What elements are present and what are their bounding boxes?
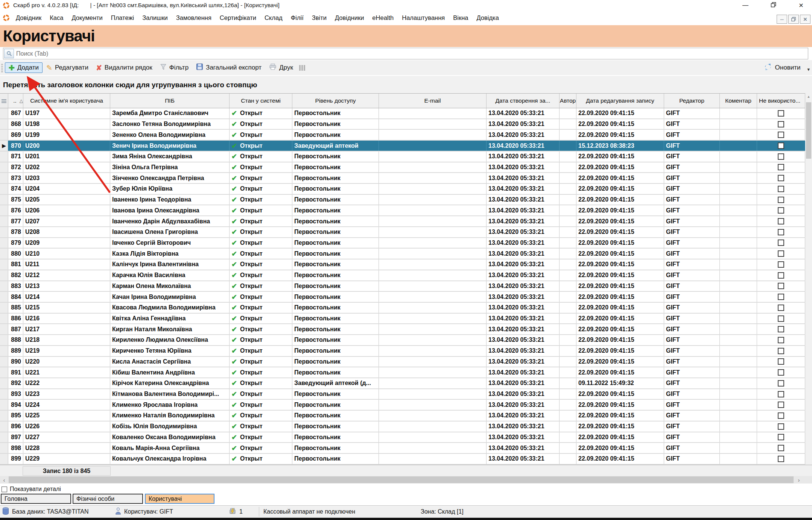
unused-checkbox[interactable] bbox=[778, 380, 784, 387]
header-editor[interactable]: Редактор bbox=[664, 94, 720, 108]
table-row[interactable]: ▶ 873 U203 Зінченко Олександра Петрівна … bbox=[0, 173, 805, 184]
menu-item[interactable]: eHealth bbox=[368, 14, 398, 21]
unused-checkbox[interactable] bbox=[778, 283, 784, 289]
delete-row-button[interactable]: ✘ Видалити рядок bbox=[92, 62, 156, 73]
menu-item[interactable]: Довідник bbox=[12, 14, 46, 21]
row-gutter[interactable]: ▶ bbox=[0, 346, 8, 356]
unused-checkbox[interactable] bbox=[778, 358, 784, 365]
unused-checkbox[interactable] bbox=[778, 121, 784, 127]
menu-item[interactable]: Залишки bbox=[138, 14, 172, 21]
row-gutter[interactable]: ▶ bbox=[0, 152, 8, 162]
table-row[interactable]: ▶ 881 U211 Калінчук Ірина Валентинівна ✔… bbox=[0, 259, 805, 270]
menu-item[interactable]: Вікна bbox=[449, 14, 472, 21]
row-gutter[interactable]: ▶ bbox=[0, 292, 8, 302]
row-gutter[interactable]: ▶ bbox=[0, 270, 8, 280]
tab-korystuvachi[interactable]: Користувачі bbox=[145, 494, 214, 504]
unused-checkbox[interactable] bbox=[778, 153, 784, 160]
tab-holovna[interactable]: Головна bbox=[1, 494, 71, 504]
row-gutter[interactable]: ▶ bbox=[0, 432, 8, 443]
row-gutter[interactable]: ▶ bbox=[0, 357, 8, 367]
table-row[interactable]: ▶ 891 U221 Кібиш Валентина Андріївна ✔От… bbox=[0, 367, 805, 378]
table-row[interactable]: ▶ 876 U206 Іванова Ірина Олександрівна ✔… bbox=[0, 205, 805, 216]
horizontal-scroll-thumb[interactable] bbox=[9, 476, 794, 483]
row-gutter[interactable]: ▶ bbox=[0, 238, 8, 248]
menu-item[interactable]: Платежі bbox=[107, 14, 138, 21]
header-state[interactable]: Стан у системі bbox=[230, 94, 292, 108]
table-row[interactable]: ▶ 874 U204 Зубер Юлія Юріївна ✔Открыт Пе… bbox=[0, 184, 805, 195]
header-full-name[interactable]: ПІБ bbox=[110, 94, 230, 108]
menu-item[interactable]: Налаштування bbox=[398, 14, 449, 21]
header-email[interactable]: E-mail bbox=[379, 94, 487, 108]
unused-checkbox[interactable] bbox=[778, 240, 784, 246]
row-gutter[interactable]: ▶ bbox=[0, 216, 8, 226]
row-gutter[interactable]: ▶ bbox=[0, 367, 8, 377]
unused-checkbox[interactable] bbox=[778, 110, 784, 117]
table-row[interactable]: ▶ 889 U219 Кириченко Тетяна Юріївна ✔Отк… bbox=[0, 346, 805, 357]
unused-checkbox[interactable] bbox=[778, 186, 784, 192]
table-row[interactable]: ▶ 892 U222 Кірічок Катерина Олександрівн… bbox=[0, 378, 805, 389]
table-row[interactable]: ▶ 896 U226 Кобізь Юлія Володимирівна ✔От… bbox=[0, 421, 805, 432]
columns-icon[interactable] bbox=[299, 65, 305, 71]
menu-item[interactable]: Каса bbox=[46, 14, 67, 21]
header-system-name[interactable]: Системне ім'я користувача bbox=[23, 94, 110, 108]
unused-checkbox[interactable] bbox=[778, 445, 784, 451]
mdi-restore-button[interactable] bbox=[788, 15, 799, 24]
mdi-minimize-button[interactable]: ─ bbox=[777, 15, 787, 24]
table-row[interactable]: ▶ 872 U202 Зініна Ольга Петрівна ✔Открыт… bbox=[0, 162, 805, 173]
scroll-up-icon[interactable]: ▲ bbox=[805, 93, 812, 100]
menu-item[interactable]: Склад bbox=[260, 14, 287, 21]
search-icon[interactable] bbox=[4, 49, 14, 58]
unused-checkbox[interactable] bbox=[778, 272, 784, 279]
table-row[interactable]: ▶ 882 U212 Карачка Юлія Василівна ✔Откры… bbox=[0, 270, 805, 281]
menu-item[interactable]: Довідка bbox=[472, 14, 503, 21]
table-row[interactable]: ▶ 885 U215 Квасова Людмила Володимирівна… bbox=[0, 303, 805, 314]
menu-item[interactable]: Звіти bbox=[308, 14, 331, 21]
row-gutter[interactable]: ▶ bbox=[0, 314, 8, 324]
row-gutter[interactable]: ▶ bbox=[0, 281, 8, 291]
scroll-right-icon[interactable]: › bbox=[795, 476, 803, 484]
menu-item[interactable]: Замовлення bbox=[172, 14, 216, 21]
unused-checkbox[interactable] bbox=[778, 132, 784, 138]
row-gutter[interactable]: ▶ bbox=[0, 303, 8, 313]
vertical-scrollbar[interactable]: ▲ ▼ bbox=[805, 93, 812, 477]
unused-checkbox[interactable] bbox=[778, 143, 784, 149]
header-edited-date[interactable]: Дата редагування запису bbox=[576, 94, 664, 108]
table-row[interactable]: ▶ 869 U199 Зененко Олена Володимирівна ✔… bbox=[0, 130, 805, 141]
table-row[interactable]: ▶ 883 U213 Карман Олена Миколаївна ✔Откр… bbox=[0, 281, 805, 292]
unused-checkbox[interactable] bbox=[778, 369, 784, 376]
scroll-left-icon[interactable]: ‹ bbox=[0, 476, 8, 484]
export-button[interactable]: Загальний експорт bbox=[192, 62, 265, 74]
table-row[interactable]: ▶ 894 U224 Клименко Ярослава Ігорівна ✔О… bbox=[0, 400, 805, 411]
table-row[interactable]: ▶ 897 U227 Коваленко Оксана Володимирівн… bbox=[0, 432, 805, 443]
search-input[interactable]: Поиск (Tab) bbox=[3, 48, 808, 59]
row-gutter[interactable]: ▶ bbox=[0, 173, 8, 183]
menu-item[interactable]: Довідники bbox=[331, 14, 368, 21]
unused-checkbox[interactable] bbox=[778, 197, 784, 203]
close-button[interactable]: ✕ bbox=[795, 2, 807, 9]
restore-button[interactable] bbox=[768, 2, 779, 9]
unused-checkbox[interactable] bbox=[778, 412, 784, 419]
table-row[interactable]: ▶ 868 U198 Заслонко Тетяна Володимирівна… bbox=[0, 119, 805, 130]
header-row-number[interactable]: ..△ bbox=[8, 94, 23, 108]
row-gutter[interactable]: ▶ bbox=[0, 227, 8, 237]
unused-checkbox[interactable] bbox=[778, 207, 784, 214]
table-row[interactable]: ▶ 899 U229 Ковальчук Олександра Ігорівна… bbox=[0, 454, 805, 465]
table-row[interactable]: ▶ 888 U218 Кириленко Людмила Олексіївна … bbox=[0, 335, 805, 346]
row-gutter[interactable]: ▶ bbox=[0, 378, 8, 388]
unused-checkbox[interactable] bbox=[778, 402, 784, 408]
vertical-scroll-thumb[interactable] bbox=[806, 102, 811, 159]
horizontal-scrollbar[interactable]: ‹ › bbox=[0, 476, 812, 484]
unused-checkbox[interactable] bbox=[778, 164, 784, 170]
menu-item[interactable]: Документи bbox=[67, 14, 106, 21]
print-button[interactable]: Друк bbox=[265, 62, 297, 74]
edit-button[interactable]: ✎ Редагувати bbox=[43, 62, 92, 73]
table-row[interactable]: ▶ 893 U223 Кітманова Валентина Володимир… bbox=[0, 389, 805, 400]
table-row[interactable]: ▶ 890 U220 Кисла Анастасія Сергіївна ✔От… bbox=[0, 357, 805, 368]
table-row[interactable]: ▶ 880 U210 Казка Лідія Вікторівна ✔Откры… bbox=[0, 249, 805, 259]
menu-item[interactable]: Сертифікати bbox=[216, 14, 260, 21]
refresh-button[interactable]: Оновити bbox=[775, 64, 801, 71]
header-author[interactable]: Автор bbox=[560, 94, 576, 108]
row-gutter[interactable]: ▶ bbox=[0, 108, 8, 118]
unused-checkbox[interactable] bbox=[778, 434, 784, 440]
unused-checkbox[interactable] bbox=[778, 391, 784, 397]
